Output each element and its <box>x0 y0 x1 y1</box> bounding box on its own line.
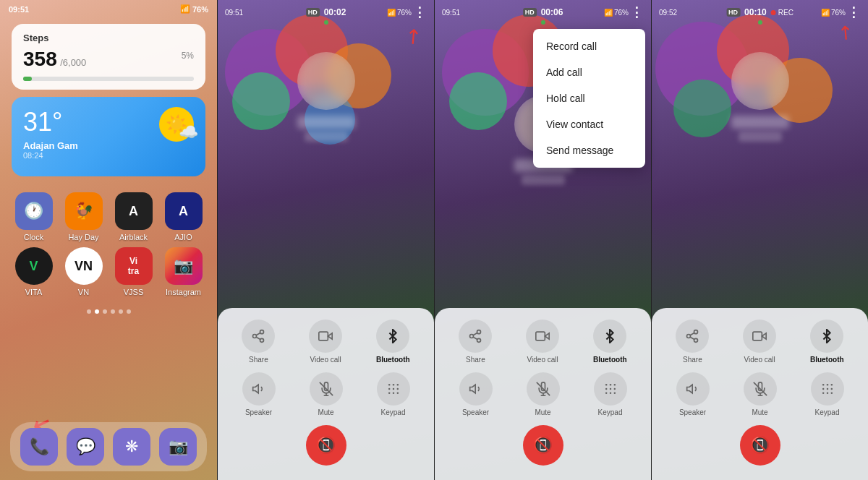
weather-cloud-icon: ☁️ <box>179 123 198 142</box>
svg-point-33 <box>613 384 616 386</box>
svg-point-38 <box>609 393 611 395</box>
keypad-icon-2 <box>594 372 627 406</box>
mute-icon-1 <box>310 372 343 406</box>
call-controls-1: Share Video call Bluetooth Speaker <box>218 308 434 480</box>
call-panel-2: 09:51 HD 00:06 📶 76% ⋮ Record call Add c… <box>434 0 651 480</box>
video-icon-1 <box>309 320 342 353</box>
green-dot-2 <box>541 20 545 25</box>
svg-point-17 <box>388 393 390 395</box>
hd-badge-1: HD <box>306 8 320 17</box>
app-clock[interactable]: 🕐 Clock <box>12 192 56 241</box>
dock-messages[interactable]: 💬 <box>67 428 104 466</box>
video-btn-2[interactable]: Video call <box>526 320 559 364</box>
keypad-btn-3[interactable]: Keypad <box>811 372 844 416</box>
speaker-btn-2[interactable]: Speaker <box>459 372 493 416</box>
signal-call-2: 📶 <box>604 9 613 17</box>
dock-camera[interactable]: 📷 <box>159 428 197 466</box>
contact-area-1 <box>218 25 434 169</box>
ctrl-row-top-1: Share Video call Bluetooth <box>225 320 427 364</box>
dock-bixby[interactable]: ❋ <box>113 428 150 466</box>
call-panel-3: 09:52 HD 00:10 REC 📶 76% ⋮ ↗ <box>651 0 868 480</box>
keypad-icon-3 <box>811 372 844 406</box>
app-instagram[interactable]: 📷 Instagram <box>161 247 205 296</box>
three-dots-menu-1[interactable]: ⋮ <box>413 4 427 20</box>
share-label-3: Share <box>683 356 702 364</box>
share-btn-2[interactable]: Share <box>459 320 492 364</box>
app-vn[interactable]: VN VN <box>61 247 106 296</box>
svg-marker-25 <box>545 333 550 339</box>
battery-text: 76% <box>192 5 208 14</box>
svg-point-36 <box>613 388 616 390</box>
share-btn-3[interactable]: Share <box>676 320 709 364</box>
svg-point-13 <box>396 384 399 386</box>
bluetooth-btn-2[interactable]: Bluetooth <box>593 320 627 364</box>
contact-sub-blur-1 <box>305 132 348 142</box>
call-controls-2: Share Video call Bluetooth Speaker <box>435 308 651 480</box>
three-dots-menu-3[interactable]: ⋮ <box>847 4 861 20</box>
menu-send-message[interactable]: Send message <box>533 137 645 163</box>
menu-add-call[interactable]: Add call <box>533 59 645 85</box>
vn-label: VN <box>78 288 89 296</box>
airblack-icon: A <box>129 204 138 219</box>
menu-record-call[interactable]: Record call <box>533 33 645 59</box>
page-dots <box>0 309 217 314</box>
contact-name-blur-3 <box>731 116 789 129</box>
vjss-icon: Vitra <box>128 256 139 277</box>
contact-sub-blur-2 <box>522 175 565 185</box>
app-hayday[interactable]: 🐓 Hay Day <box>61 192 106 241</box>
end-call-btn-1[interactable]: 📵 <box>306 425 346 466</box>
share-btn-1[interactable]: Share <box>242 320 275 364</box>
dock-phone[interactable]: 📞 <box>20 428 58 466</box>
end-call-btn-2[interactable]: 📵 <box>523 425 563 466</box>
mute-icon-2 <box>527 372 560 406</box>
keypad-btn-2[interactable]: Keypad <box>594 372 627 416</box>
svg-point-41 <box>687 335 691 338</box>
svg-point-52 <box>826 384 828 386</box>
mute-label-1: Mute <box>318 408 333 416</box>
video-btn-3[interactable]: Video call <box>743 320 776 364</box>
app-ajio[interactable]: A AJIO <box>161 192 205 241</box>
app-vjss[interactable]: Vitra VJSS <box>111 247 156 296</box>
speaker-btn-3[interactable]: Speaker <box>676 372 710 416</box>
svg-point-12 <box>392 384 394 386</box>
speaker-btn-1[interactable]: Speaker <box>242 372 276 416</box>
weather-widget: 31° Adajan Gam 08:24 ☀️ ☁️ <box>12 97 205 176</box>
hayday-icon: 🐓 <box>74 202 93 220</box>
dot-4 <box>111 309 115 314</box>
svg-marker-5 <box>328 333 333 339</box>
menu-hold-call[interactable]: Hold call <box>533 85 645 111</box>
svg-point-54 <box>822 388 824 390</box>
mute-btn-2[interactable]: Mute <box>527 372 560 416</box>
svg-point-35 <box>609 388 611 390</box>
app-vita[interactable]: V VITA <box>12 247 56 296</box>
svg-point-2 <box>260 338 264 342</box>
svg-point-56 <box>830 388 833 390</box>
svg-marker-7 <box>252 385 258 393</box>
mute-btn-1[interactable]: Mute <box>310 372 343 416</box>
hayday-label: Hay Day <box>68 233 98 241</box>
speaker-label-1: Speaker <box>245 408 272 416</box>
svg-point-37 <box>605 393 607 395</box>
speaker-label-2: Speaker <box>462 408 489 416</box>
dot-1 <box>87 309 91 314</box>
call-panel-1: 09:51 HD 00:02 📶 76% ⋮ ↗ Share <box>217 0 434 480</box>
bluetooth-btn-3[interactable]: Bluetooth <box>810 320 844 364</box>
ctrl-row-top-2: Share Video call Bluetooth <box>442 320 644 364</box>
end-call-btn-3[interactable]: 📵 <box>740 425 780 466</box>
svg-line-43 <box>691 337 695 339</box>
rec-dot-icon <box>771 10 776 15</box>
dot-2-active <box>95 309 99 314</box>
bluetooth-btn-1[interactable]: Bluetooth <box>376 320 410 364</box>
mute-btn-3[interactable]: Mute <box>744 372 777 416</box>
three-dots-menu-2[interactable]: ⋮ <box>630 4 644 20</box>
share-label-1: Share <box>249 356 268 364</box>
svg-point-51 <box>822 384 824 386</box>
keypad-btn-1[interactable]: Keypad <box>377 372 410 416</box>
dot-5 <box>119 309 123 314</box>
menu-view-contact[interactable]: View contact <box>533 111 645 137</box>
app-airblack[interactable]: A Airblack <box>111 192 156 241</box>
green-dot-1 <box>324 20 328 25</box>
steps-percent: 5% <box>182 51 194 61</box>
steps-bar-bg <box>23 77 194 81</box>
video-btn-1[interactable]: Video call <box>309 320 342 364</box>
